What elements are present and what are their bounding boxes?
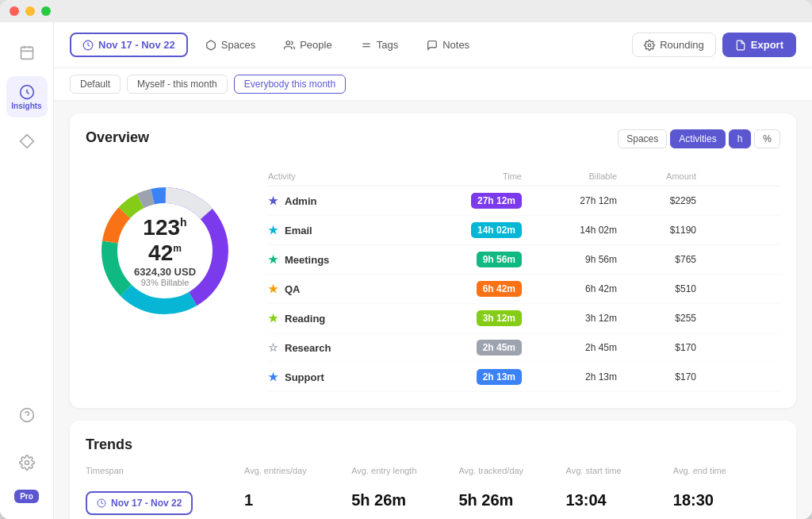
time-badge: 2h 45m [477, 340, 522, 356]
activity-name-email: ★ Email [268, 224, 427, 236]
spaces-button[interactable]: Spaces [194, 34, 266, 56]
people-button[interactable]: People [273, 34, 343, 56]
table-row: ★ Reading 3h 12m 3h 12m $255 [268, 304, 780, 333]
time-badge: 2h 13m [477, 369, 522, 385]
toggle-spaces[interactable]: Spaces [618, 129, 667, 148]
billable-text: 2h 45m [522, 342, 617, 353]
topbar: Nov 17 - Nov 22 Spaces People [54, 22, 812, 68]
filter-myself[interactable]: Myself - this month [127, 75, 228, 94]
billable-text: 6h 42m [522, 283, 617, 294]
date-range-button[interactable]: Nov 17 - Nov 22 [70, 33, 188, 57]
main-content: Nov 17 - Nov 22 Spaces People [54, 22, 812, 519]
activity-table-header: Activity Time Billable Amount [268, 171, 780, 186]
amount-text: $1190 [617, 225, 696, 236]
sidebar-item-settings[interactable] [6, 442, 48, 483]
export-label: Export [751, 39, 783, 51]
overview-body: 123h 42m 6324,30 USD 93% Billable Activi… [86, 171, 780, 392]
table-row: ★ Admin 27h 12m 27h 12m $2295 [268, 186, 780, 216]
activity-time: 27h 12m [427, 193, 522, 209]
clock-icon [82, 40, 94, 51]
table-row: ★ Meetings 9h 56m 9h 56m $765 [268, 245, 780, 275]
tags-icon [361, 40, 372, 51]
activity-label: Research [285, 342, 331, 354]
tags-button[interactable]: Tags [350, 34, 409, 56]
table-row: ★ Email 14h 02m 14h 02m $1190 [268, 216, 780, 245]
sidebar-item-diamond[interactable] [6, 121, 48, 162]
activity-time: 3h 12m [427, 310, 522, 326]
activity-time: 2h 13m [427, 369, 522, 385]
activity-name-admin: ★ Admin [268, 194, 427, 207]
rounding-button[interactable]: Rounding [632, 33, 716, 57]
time-badge: 14h 02m [471, 222, 522, 238]
export-button[interactable]: Export [722, 33, 796, 57]
table-row: ☆ Research 2h 45m 2h 45m $170 [268, 333, 780, 363]
trends-col-start: Avg. start time [566, 466, 673, 483]
donut-billable: 93% Billable [125, 278, 205, 287]
filter-default[interactable]: Default [70, 75, 121, 94]
maximize-dot[interactable] [41, 6, 51, 16]
billable-text: 27h 12m [522, 195, 617, 206]
notes-button[interactable]: Notes [416, 34, 481, 56]
activity-name-qa: ★ QA [268, 283, 427, 295]
amount-text: $170 [617, 342, 696, 353]
col-time: Time [427, 171, 522, 181]
star-icon: ☆ [268, 341, 278, 354]
people-icon [284, 40, 295, 51]
table-row: ★ QA 6h 42m 6h 42m $510 [268, 275, 780, 304]
amount-text: $2295 [617, 195, 696, 206]
svg-point-13 [648, 44, 651, 47]
close-dot[interactable] [10, 6, 19, 16]
table-row: ★ Support 2h 13m 2h 13m $170 [268, 363, 780, 392]
trends-avg-entries: 1 [244, 483, 351, 515]
minimize-dot[interactable] [25, 6, 35, 16]
col-billable: Billable [522, 171, 617, 181]
overview-header: Overview Spaces Activities h % [86, 129, 780, 159]
spaces-label: Spaces [221, 39, 255, 51]
donut-minutes-value: 42 [148, 240, 173, 265]
amount-text: $255 [617, 313, 696, 324]
toggle-percent[interactable]: % [754, 129, 780, 148]
activity-time: 14h 02m [427, 222, 522, 238]
activity-name-support: ★ Support [268, 371, 427, 383]
activity-name-meetings: ★ Meetings [268, 253, 427, 266]
rounding-icon [644, 40, 655, 51]
activity-label: QA [285, 283, 301, 295]
overview-toggles: Spaces Activities h % [618, 129, 780, 148]
sidebar-item-insights[interactable]: Insights [6, 76, 48, 117]
notes-icon [427, 40, 438, 51]
trends-date-button[interactable]: Nov 17 - Nov 22 [86, 491, 193, 515]
sidebar-item-calendar[interactable] [6, 32, 48, 73]
amount-text: $170 [617, 371, 696, 383]
star-icon: ★ [268, 194, 278, 207]
filter-everybody[interactable]: Everybody this month [234, 75, 346, 94]
trends-col-end: Avg. end time [673, 466, 780, 483]
svg-point-8 [25, 461, 29, 465]
activity-table: Activity Time Billable Amount ★ Admin [268, 171, 780, 392]
trends-title: Trends [86, 436, 780, 453]
trends-date-label: Nov 17 - Nov 22 [111, 498, 182, 509]
toggle-hours[interactable]: h [729, 129, 752, 148]
col-activity: Activity [268, 171, 427, 181]
svg-point-10 [286, 40, 290, 44]
trends-col-timespan: Timespan [86, 466, 244, 483]
time-badge: 6h 42m [477, 281, 522, 297]
clock-icon [97, 498, 106, 508]
overview-card: Overview Spaces Activities h % [70, 113, 796, 408]
app-window: Insights Pro [0, 0, 812, 519]
sidebar-insights-label: Insights [11, 102, 41, 110]
billable-text: 2h 13m [522, 371, 617, 383]
app-body: Insights Pro [0, 22, 812, 519]
col-amount: Amount [617, 171, 696, 181]
toggle-activities[interactable]: Activities [670, 129, 725, 148]
titlebar [0, 0, 812, 22]
tags-label: Tags [377, 39, 398, 51]
trends-avg-end: 18:30 [673, 483, 780, 515]
trends-timespan: Nov 17 - Nov 22 [86, 483, 244, 515]
filter-bar: Default Myself - this month Everybody th… [54, 68, 812, 101]
time-badge: 27h 12m [471, 193, 522, 209]
donut-h-label: h [180, 216, 187, 229]
pro-badge[interactable]: Pro [14, 490, 39, 503]
activity-time: 9h 56m [427, 252, 522, 267]
sidebar-item-help[interactable] [6, 394, 48, 436]
donut-center: 123h 42m 6324,30 USD 93% Billable [125, 215, 205, 287]
